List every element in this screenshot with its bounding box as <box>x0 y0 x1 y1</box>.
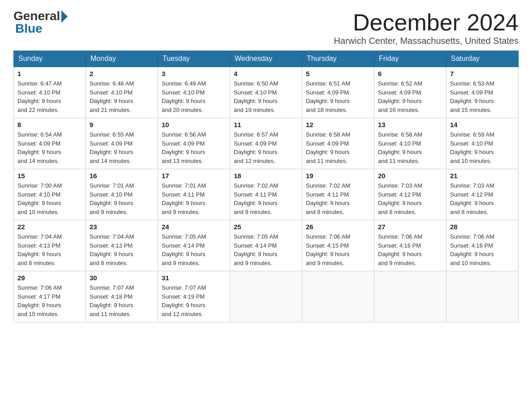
cell-sun-info: Sunrise: 6:52 AMSunset: 4:09 PMDaylight:… <box>378 79 442 114</box>
cell-sun-info: Sunrise: 6:53 AMSunset: 4:09 PMDaylight:… <box>450 79 515 114</box>
logo-arrow-icon <box>61 10 68 23</box>
day-number: 14 <box>450 121 515 128</box>
calendar-cell: 28Sunrise: 7:06 AMSunset: 4:16 PMDayligh… <box>446 220 519 271</box>
calendar-cell: 5Sunrise: 6:51 AMSunset: 4:09 PMDaylight… <box>302 67 374 118</box>
cell-sun-info: Sunrise: 6:54 AMSunset: 4:09 PMDaylight:… <box>17 130 82 165</box>
calendar-cell: 21Sunrise: 7:03 AMSunset: 4:12 PMDayligh… <box>446 169 519 220</box>
day-header-thursday: Thursday <box>302 51 374 67</box>
calendar-cell: 26Sunrise: 7:06 AMSunset: 4:15 PMDayligh… <box>302 220 374 271</box>
calendar-cell: 11Sunrise: 6:57 AMSunset: 4:09 PMDayligh… <box>230 118 302 169</box>
calendar-cell: 22Sunrise: 7:04 AMSunset: 4:13 PMDayligh… <box>14 220 86 271</box>
calendar-cell: 14Sunrise: 6:59 AMSunset: 4:10 PMDayligh… <box>446 118 519 169</box>
calendar-week-row: 8Sunrise: 6:54 AMSunset: 4:09 PMDaylight… <box>14 118 519 169</box>
cell-sun-info: Sunrise: 6:57 AMSunset: 4:09 PMDaylight:… <box>234 130 298 165</box>
day-header-tuesday: Tuesday <box>158 51 230 67</box>
cell-sun-info: Sunrise: 6:56 AMSunset: 4:09 PMDaylight:… <box>162 130 226 165</box>
day-number: 30 <box>90 274 154 282</box>
cell-sun-info: Sunrise: 7:00 AMSunset: 4:10 PMDaylight:… <box>17 181 82 216</box>
calendar-cell: 29Sunrise: 7:06 AMSunset: 4:17 PMDayligh… <box>14 271 86 322</box>
calendar-week-row: 15Sunrise: 7:00 AMSunset: 4:10 PMDayligh… <box>14 169 519 220</box>
calendar-cell: 19Sunrise: 7:02 AMSunset: 4:11 PMDayligh… <box>302 169 374 220</box>
cell-sun-info: Sunrise: 7:06 AMSunset: 4:15 PMDaylight:… <box>306 232 370 267</box>
location-text: Harwich Center, Massachusetts, United St… <box>334 36 519 46</box>
day-number: 4 <box>234 70 298 77</box>
day-number: 23 <box>90 223 154 231</box>
cell-sun-info: Sunrise: 7:02 AMSunset: 4:11 PMDaylight:… <box>306 181 370 216</box>
cell-sun-info: Sunrise: 7:02 AMSunset: 4:11 PMDaylight:… <box>234 181 298 216</box>
cell-sun-info: Sunrise: 6:48 AMSunset: 4:10 PMDaylight:… <box>90 79 154 114</box>
calendar-cell <box>446 271 519 322</box>
cell-sun-info: Sunrise: 7:06 AMSunset: 4:17 PMDaylight:… <box>17 283 82 318</box>
day-number: 13 <box>378 121 442 128</box>
cell-sun-info: Sunrise: 7:06 AMSunset: 4:16 PMDaylight:… <box>378 232 442 267</box>
calendar-cell: 15Sunrise: 7:00 AMSunset: 4:10 PMDayligh… <box>14 169 86 220</box>
day-header-sunday: Sunday <box>14 51 86 67</box>
day-number: 18 <box>234 172 298 180</box>
day-header-wednesday: Wednesday <box>230 51 302 67</box>
calendar-cell: 16Sunrise: 7:01 AMSunset: 4:10 PMDayligh… <box>86 169 158 220</box>
day-number: 2 <box>90 70 154 77</box>
day-number: 5 <box>306 70 370 77</box>
calendar-week-row: 1Sunrise: 6:47 AMSunset: 4:10 PMDaylight… <box>14 67 519 118</box>
day-number: 24 <box>162 223 226 231</box>
cell-sun-info: Sunrise: 6:58 AMSunset: 4:10 PMDaylight:… <box>378 130 442 165</box>
calendar-cell: 24Sunrise: 7:05 AMSunset: 4:14 PMDayligh… <box>158 220 230 271</box>
day-number: 10 <box>162 121 226 128</box>
calendar-week-row: 22Sunrise: 7:04 AMSunset: 4:13 PMDayligh… <box>14 220 519 271</box>
calendar-cell: 13Sunrise: 6:58 AMSunset: 4:10 PMDayligh… <box>374 118 446 169</box>
logo: General Blue <box>13 9 68 36</box>
calendar-cell: 12Sunrise: 6:58 AMSunset: 4:09 PMDayligh… <box>302 118 374 169</box>
calendar-cell: 23Sunrise: 7:04 AMSunset: 4:13 PMDayligh… <box>86 220 158 271</box>
calendar-cell <box>230 271 302 322</box>
cell-sun-info: Sunrise: 6:55 AMSunset: 4:09 PMDaylight:… <box>90 130 154 165</box>
calendar-cell: 1Sunrise: 6:47 AMSunset: 4:10 PMDaylight… <box>14 67 86 118</box>
calendar-cell: 4Sunrise: 6:50 AMSunset: 4:10 PMDaylight… <box>230 67 302 118</box>
calendar-cell: 2Sunrise: 6:48 AMSunset: 4:10 PMDaylight… <box>86 67 158 118</box>
cell-sun-info: Sunrise: 6:59 AMSunset: 4:10 PMDaylight:… <box>450 130 515 165</box>
calendar-cell: 27Sunrise: 7:06 AMSunset: 4:16 PMDayligh… <box>374 220 446 271</box>
cell-sun-info: Sunrise: 6:58 AMSunset: 4:09 PMDaylight:… <box>306 130 370 165</box>
cell-sun-info: Sunrise: 7:07 AMSunset: 4:18 PMDaylight:… <box>90 283 154 318</box>
calendar-cell <box>374 271 446 322</box>
calendar-cell: 17Sunrise: 7:01 AMSunset: 4:11 PMDayligh… <box>158 169 230 220</box>
calendar-cell: 6Sunrise: 6:52 AMSunset: 4:09 PMDaylight… <box>374 67 446 118</box>
cell-sun-info: Sunrise: 7:01 AMSunset: 4:11 PMDaylight:… <box>162 181 226 216</box>
day-header-monday: Monday <box>86 51 158 67</box>
cell-sun-info: Sunrise: 6:47 AMSunset: 4:10 PMDaylight:… <box>17 79 82 114</box>
day-number: 29 <box>17 274 82 282</box>
logo-blue-text: Blue <box>15 21 43 36</box>
day-number: 20 <box>378 172 442 180</box>
calendar-cell: 10Sunrise: 6:56 AMSunset: 4:09 PMDayligh… <box>158 118 230 169</box>
day-number: 28 <box>450 223 515 231</box>
calendar-cell: 7Sunrise: 6:53 AMSunset: 4:09 PMDaylight… <box>446 67 519 118</box>
day-number: 15 <box>17 172 82 180</box>
cell-sun-info: Sunrise: 7:04 AMSunset: 4:13 PMDaylight:… <box>17 232 82 267</box>
day-number: 19 <box>306 172 370 180</box>
day-number: 11 <box>234 121 298 128</box>
calendar-cell: 3Sunrise: 6:49 AMSunset: 4:10 PMDaylight… <box>158 67 230 118</box>
cell-sun-info: Sunrise: 6:49 AMSunset: 4:10 PMDaylight:… <box>162 79 226 114</box>
day-number: 25 <box>234 223 298 231</box>
title-section: December 2024 Harwich Center, Massachuse… <box>334 9 519 46</box>
calendar-cell: 30Sunrise: 7:07 AMSunset: 4:18 PMDayligh… <box>86 271 158 322</box>
cell-sun-info: Sunrise: 7:03 AMSunset: 4:12 PMDaylight:… <box>378 181 442 216</box>
cell-sun-info: Sunrise: 6:51 AMSunset: 4:09 PMDaylight:… <box>306 79 370 114</box>
calendar-cell: 25Sunrise: 7:05 AMSunset: 4:14 PMDayligh… <box>230 220 302 271</box>
day-number: 12 <box>306 121 370 128</box>
calendar-cell: 8Sunrise: 6:54 AMSunset: 4:09 PMDaylight… <box>14 118 86 169</box>
page-header: General Blue December 2024 Harwich Cente… <box>13 9 519 46</box>
day-number: 3 <box>162 70 226 77</box>
calendar-header-row: SundayMondayTuesdayWednesdayThursdayFrid… <box>14 51 519 67</box>
day-number: 8 <box>17 121 82 128</box>
month-title: December 2024 <box>334 9 519 36</box>
calendar-week-row: 29Sunrise: 7:06 AMSunset: 4:17 PMDayligh… <box>14 271 519 322</box>
cell-sun-info: Sunrise: 6:50 AMSunset: 4:10 PMDaylight:… <box>234 79 298 114</box>
calendar-cell: 31Sunrise: 7:07 AMSunset: 4:19 PMDayligh… <box>158 271 230 322</box>
cell-sun-info: Sunrise: 7:05 AMSunset: 4:14 PMDaylight:… <box>162 232 226 267</box>
day-header-saturday: Saturday <box>446 51 519 67</box>
day-number: 6 <box>378 70 442 77</box>
cell-sun-info: Sunrise: 7:07 AMSunset: 4:19 PMDaylight:… <box>162 283 226 318</box>
day-number: 31 <box>162 274 226 282</box>
calendar-cell: 20Sunrise: 7:03 AMSunset: 4:12 PMDayligh… <box>374 169 446 220</box>
day-number: 9 <box>90 121 154 128</box>
